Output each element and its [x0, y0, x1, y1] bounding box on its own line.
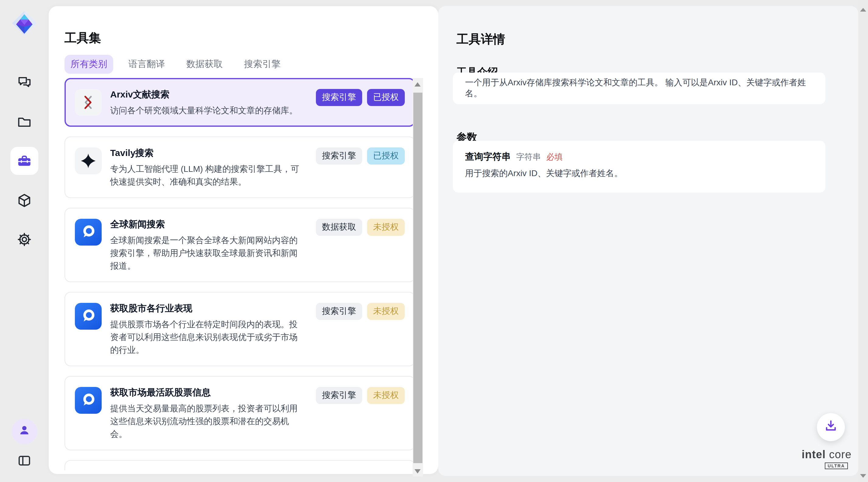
scrollbar-thumb[interactable] [413, 93, 423, 463]
sidebar-item-tools[interactable] [10, 147, 38, 175]
tool-card-tavily[interactable]: Tavily搜索 专为人工智能代理 (LLM) 构建的搜索引擎工具，可快速提供实… [64, 137, 415, 198]
gear-icon [17, 231, 32, 247]
category-tabs: 所有类别 语言翻译 数据获取 搜索引擎 [64, 55, 287, 74]
sidebar-collapse-button[interactable] [10, 447, 38, 475]
tool-description: 全球新闻搜索是一个聚合全球各大新闻网站内容的搜索引擎，帮助用户快速获取全球最新资… [110, 234, 304, 273]
toolset-panel: 工具集 所有类别 语言翻译 数据获取 搜索引擎 Arxiv文献搜索 访问各个研究… [49, 6, 438, 474]
chat-icon [17, 74, 32, 90]
tool-card-arxiv[interactable]: Arxiv文献搜索 访问各个研究领域大量科学论文和文章的存储库。 搜索引擎 已授… [64, 78, 415, 127]
tool-list-scrollbar[interactable] [413, 78, 423, 477]
intel-ultra-badge: ULTRA [825, 462, 848, 469]
tool-name: Tavily搜索 [110, 147, 304, 159]
param-type: 字符串 [516, 152, 541, 163]
tool-card-global-news[interactable]: 全球新闻搜索 全球新闻搜索是一个聚合全球各大新闻网站内容的搜索引擎，帮助用户快速… [64, 208, 415, 282]
category-badge: 搜索引擎 [316, 89, 362, 106]
tool-list: Arxiv文献搜索 访问各个研究领域大量科学论文和文章的存储库。 搜索引擎 已授… [64, 78, 415, 471]
intel-product-text: core [829, 449, 851, 461]
panel-toggle-icon [17, 453, 32, 468]
tool-card-most-active-stocks[interactable]: 获取市场最活跃股票信息 提供当天交易量最高的股票列表，投资者可以利用这些信息来识… [64, 376, 415, 450]
tab-language-translation[interactable]: 语言翻译 [122, 55, 171, 74]
tool-card-stock-sectors[interactable]: 获取股市各行业表现 提供股票市场各个行业在特定时间段内的表现。投资者可以利用这些… [64, 292, 415, 366]
tool-description: 访问各个研究领域大量科学论文和文章的存储库。 [110, 104, 304, 117]
q-logo-icon [75, 387, 102, 414]
tab-data-fetch[interactable]: 数据获取 [180, 55, 229, 74]
auth-status-badge: 已授权 [367, 89, 405, 106]
auth-status-badge: 未授权 [367, 387, 405, 404]
param-name: 查询字符串 [465, 151, 511, 163]
page-title: 工具集 [64, 30, 101, 47]
page-scrollbar[interactable] [858, 0, 868, 482]
category-badge: 数据获取 [316, 219, 362, 236]
auth-status-badge: 未授权 [367, 219, 405, 236]
tool-name: Arxiv文献搜索 [110, 89, 304, 101]
q-logo-icon [75, 219, 102, 246]
intro-card: 一个用于从Arxiv存储库搜索科学论文和文章的工具。 输入可以是Arxiv ID… [453, 73, 826, 104]
cube-icon [17, 193, 32, 208]
page-scroll-up-arrow-icon[interactable] [860, 8, 866, 11]
auth-status-badge: 未授权 [367, 303, 405, 320]
toolbox-icon [17, 153, 32, 169]
tool-description: 提供当天交易量最高的股票列表，投资者可以利用这些信息来识别流动性强的股票和潜在的… [110, 402, 304, 441]
detail-title: 工具详情 [457, 31, 505, 47]
tab-all-categories[interactable]: 所有类别 [64, 55, 113, 74]
user-avatar[interactable] [11, 419, 37, 444]
tool-detail-panel: 工具详情 工具介绍 一个用于从Arxiv存储库搜索科学论文和文章的工具。 输入可… [438, 6, 858, 476]
tool-name: 获取市场最活跃股票信息 [110, 387, 304, 398]
intel-core-ultra-logo: intel core ULTRA [802, 449, 848, 469]
download-icon [824, 419, 838, 435]
category-badge: 搜索引擎 [316, 303, 362, 320]
tool-description: 专为人工智能代理 (LLM) 构建的搜索引擎工具，可快速提供实时、准确和真实的结… [110, 163, 304, 188]
page-scroll-down-arrow-icon[interactable] [860, 474, 866, 478]
tavily-star-icon [75, 147, 102, 174]
intro-text: 一个用于从Arxiv存储库搜索科学论文和文章的工具。 输入可以是Arxiv ID… [465, 77, 813, 99]
param-description: 用于搜索的Arxiv ID、关键字或作者姓名。 [465, 168, 813, 179]
folder-icon [17, 114, 32, 130]
category-badge: 搜索引擎 [316, 387, 362, 404]
sidebar [0, 0, 49, 482]
param-required-badge: 必填 [546, 152, 563, 163]
tool-description: 提供股票市场各个行业在特定时间段内的表现。投资者可以利用这些信息来识别表现优于或… [110, 318, 304, 357]
sidebar-item-settings[interactable] [10, 225, 38, 254]
scroll-down-arrow-icon[interactable] [414, 469, 421, 474]
sidebar-item-models[interactable] [10, 187, 38, 215]
app-logo-icon [10, 9, 38, 37]
app-window: 工具集 所有类别 语言翻译 数据获取 搜索引擎 Arxiv文献搜索 访问各个研究… [0, 0, 868, 482]
sidebar-item-files[interactable] [10, 108, 38, 136]
tool-card-local-news[interactable]: 万维地区新闻查询 查询具体行政区划内的新闻，快速了解各地新闻动 搜索引擎 未授权 [64, 460, 415, 471]
category-badge: 搜索引擎 [316, 147, 362, 165]
sidebar-item-chat[interactable] [10, 68, 38, 96]
download-button[interactable] [817, 413, 845, 441]
user-avatar-icon [17, 423, 32, 440]
scroll-up-arrow-icon[interactable] [414, 82, 421, 87]
intel-brand-text: intel [802, 449, 826, 461]
param-card: 查询字符串 字符串 必填 用于搜索的Arxiv ID、关键字或作者姓名。 [453, 141, 826, 193]
tool-name: 全球新闻搜索 [110, 219, 304, 230]
tool-name: 获取股市各行业表现 [110, 303, 304, 314]
q-logo-icon [75, 303, 102, 330]
auth-status-badge: 已授权 [367, 147, 405, 165]
tab-search-engine[interactable]: 搜索引擎 [238, 55, 287, 74]
arxiv-logo-icon [75, 89, 102, 116]
